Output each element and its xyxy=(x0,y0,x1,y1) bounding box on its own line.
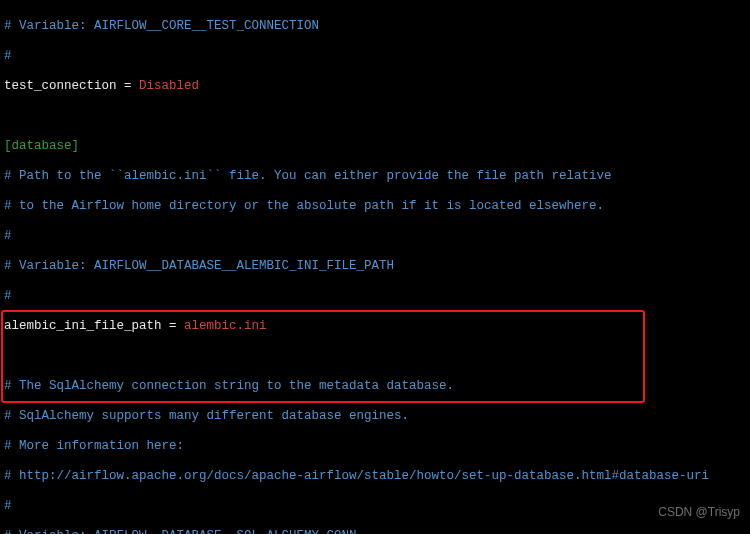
comment-line: # to the Airflow home directory or the a… xyxy=(4,199,746,214)
comment-line: # The SqlAlchemy connection string to th… xyxy=(4,379,746,394)
comment-line: # xyxy=(4,229,746,244)
blank-line xyxy=(4,109,746,124)
comment-line: # SqlAlchemy supports many different dat… xyxy=(4,409,746,424)
setting-line: alembic_ini_file_path = alembic.ini xyxy=(4,319,746,334)
watermark-text: CSDN @Trisyp xyxy=(658,505,740,520)
blank-line xyxy=(4,349,746,364)
comment-line: # Variable: AIRFLOW__CORE__TEST_CONNECTI… xyxy=(4,19,746,34)
comment-line: # http://airflow.apache.org/docs/apache-… xyxy=(4,469,746,484)
comment-line: # xyxy=(4,49,746,64)
comment-line: # Variable: AIRFLOW__DATABASE__SQL_ALCHE… xyxy=(4,529,746,534)
setting-line: test_connection = Disabled xyxy=(4,79,746,94)
setting-key: alembic_ini_file_path = xyxy=(4,319,184,333)
comment-line: # xyxy=(4,499,746,514)
setting-key: test_connection = xyxy=(4,79,139,93)
section-header: [database] xyxy=(4,139,746,154)
comment-line: # Path to the ``alembic.ini`` file. You … xyxy=(4,169,746,184)
setting-value: alembic.ini xyxy=(184,319,267,333)
setting-value: Disabled xyxy=(139,79,199,93)
comment-line: # More information here: xyxy=(4,439,746,454)
config-file-viewer: # Variable: AIRFLOW__CORE__TEST_CONNECTI… xyxy=(0,0,750,534)
comment-line: # xyxy=(4,289,746,304)
comment-line: # Variable: AIRFLOW__DATABASE__ALEMBIC_I… xyxy=(4,259,746,274)
